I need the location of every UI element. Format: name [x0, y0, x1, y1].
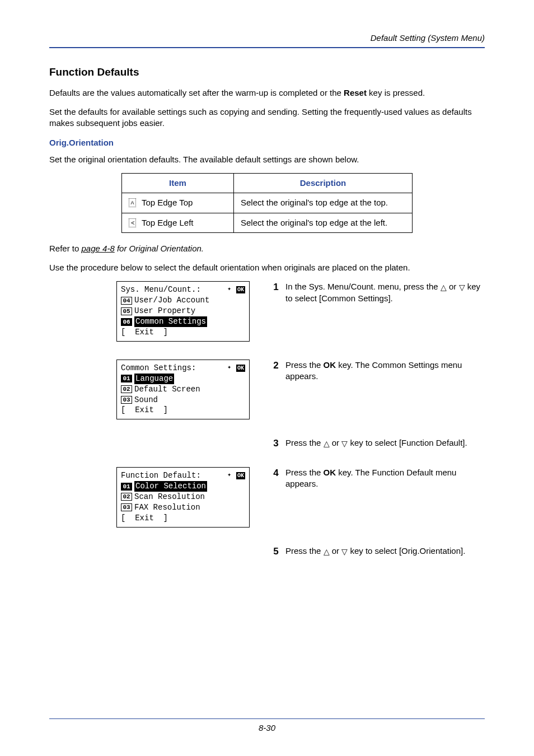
running-header: Default Setting (System Menu): [49, 32, 485, 44]
dpad-icon: [227, 472, 234, 479]
table-header-description: Description: [234, 174, 413, 193]
subheading-orig-orientation: Orig.Orientation: [49, 137, 485, 148]
list-number: 02: [121, 493, 132, 501]
lcd-title: Common Settings: [121, 363, 191, 372]
header-rule: [49, 47, 485, 48]
orig-orientation-paragraph: Set the original orientation defaults. T…: [49, 154, 485, 165]
page-link[interactable]: page 4-8: [82, 244, 115, 253]
list-number: 02: [121, 385, 132, 393]
up-arrow-icon: △: [324, 440, 330, 447]
list-item: FAX Resolution: [134, 502, 200, 513]
lcd-screen-sys-menu: Sys. Menu/Count.: OK 04User/Job Account …: [116, 281, 250, 341]
refer-line: Refer to page 4-8 for Original Orientati…: [49, 243, 485, 254]
ok-icon: OK: [236, 365, 245, 372]
lcd-screen-common-settings: Common Settings: OK 01Language 02Default…: [116, 360, 250, 419]
text: key is pressed.: [367, 88, 425, 97]
list-number: 04: [121, 297, 132, 305]
ok-icon: OK: [236, 286, 245, 293]
list-number: 01: [121, 375, 132, 382]
step-text: Press the △ or ▽ key to select [Function…: [285, 437, 485, 450]
list-number: 06: [121, 318, 132, 326]
intro-paragraph-1: Defaults are the values automatically se…: [49, 87, 485, 99]
table-cell: Select the original's top edge at the le…: [234, 213, 413, 232]
down-arrow-icon: ▽: [341, 548, 348, 556]
exit-softkey: [ Exit ]: [121, 327, 245, 338]
page-number: 8-30: [259, 723, 275, 732]
ok-key-label: OK: [324, 468, 336, 477]
table-header-item: Item: [122, 174, 234, 193]
table-cell: Top Edge Left: [142, 218, 194, 227]
lcd-title: Function Default: [121, 471, 196, 480]
text: Defaults are the values automatically se…: [49, 88, 344, 97]
ok-icon: OK: [236, 472, 245, 479]
list-number: 05: [121, 307, 132, 315]
lcd-title-colon: :: [191, 363, 196, 372]
text: Press the: [285, 438, 324, 447]
step-text: In the Sys. Menu/Count. menu, press the …: [285, 281, 485, 304]
procedure-intro: Use the procedure below to select the de…: [49, 262, 485, 273]
text: key to select [Orig.Orientation].: [348, 546, 465, 556]
text: key to select [Function Default].: [348, 438, 467, 447]
exit-softkey: [ Exit ]: [121, 513, 245, 524]
dpad-icon: [227, 286, 234, 293]
text: or: [447, 282, 459, 291]
text: Refer to: [49, 244, 82, 253]
list-number: 03: [121, 396, 132, 404]
dpad-icon: [227, 365, 234, 371]
top-edge-left-icon: [129, 218, 136, 227]
top-edge-top-icon: [129, 198, 136, 207]
step-number: 4: [266, 467, 285, 490]
text: In the Sys. Menu/Count. menu, press the: [285, 282, 441, 291]
page-footer: 8-30: [0, 718, 534, 734]
step-number: 1: [266, 281, 285, 304]
table-cell: Top Edge Top: [142, 198, 193, 207]
text: Press the: [285, 468, 324, 477]
list-item: Default Screen: [134, 384, 200, 395]
up-arrow-icon: △: [441, 283, 447, 291]
list-item: Scan Resolution: [134, 492, 205, 502]
table-row: Top Edge Left Select the original's top …: [122, 213, 413, 232]
intro-paragraph-2: Set the defaults for available settings …: [49, 106, 485, 129]
list-number: 03: [121, 503, 132, 511]
down-arrow-icon: ▽: [341, 440, 348, 447]
text: or: [330, 438, 342, 447]
step-text: Press the △ or ▽ key to select [Orig.Ori…: [285, 545, 485, 558]
lcd-title-colon: :: [196, 471, 200, 480]
list-item: User Property: [134, 306, 195, 316]
text: or: [330, 546, 342, 556]
step-text: Press the OK key. The Common Settings me…: [285, 360, 485, 382]
down-arrow-icon: ▽: [459, 283, 465, 291]
text: Press the: [285, 360, 324, 370]
list-number: 01: [121, 483, 132, 491]
table-cell: Select the original's top edge at the to…: [234, 193, 413, 213]
orientation-table: Item Description Top Edge Top Select the…: [121, 173, 413, 233]
ok-key-label: OK: [324, 360, 336, 370]
step-number: 3: [266, 437, 285, 450]
list-item: User/Job Account: [134, 295, 209, 306]
step-text: Press the OK key. The Function Default m…: [285, 467, 485, 490]
list-item-selected: Color Selection: [134, 481, 207, 492]
lcd-title: Sys. Menu/Count.: [121, 285, 196, 294]
list-item-selected: Language: [134, 374, 174, 384]
reset-key-label: Reset: [344, 88, 367, 97]
lcd-title-colon: :: [196, 285, 200, 294]
section-title: Function Defaults: [49, 65, 485, 80]
text: for Original Orientation.: [115, 244, 204, 253]
lcd-screen-function-default: Function Default: OK 01Color Selection 0…: [116, 467, 250, 527]
text: Press the: [285, 546, 324, 556]
exit-softkey: [ Exit ]: [121, 405, 245, 416]
list-item: Sound: [134, 395, 158, 405]
step-number: 5: [266, 545, 285, 558]
step-number: 2: [266, 360, 285, 382]
table-row: Top Edge Top Select the original's top e…: [122, 193, 413, 213]
list-item-selected: Common Settings: [134, 316, 207, 327]
up-arrow-icon: △: [324, 548, 330, 556]
